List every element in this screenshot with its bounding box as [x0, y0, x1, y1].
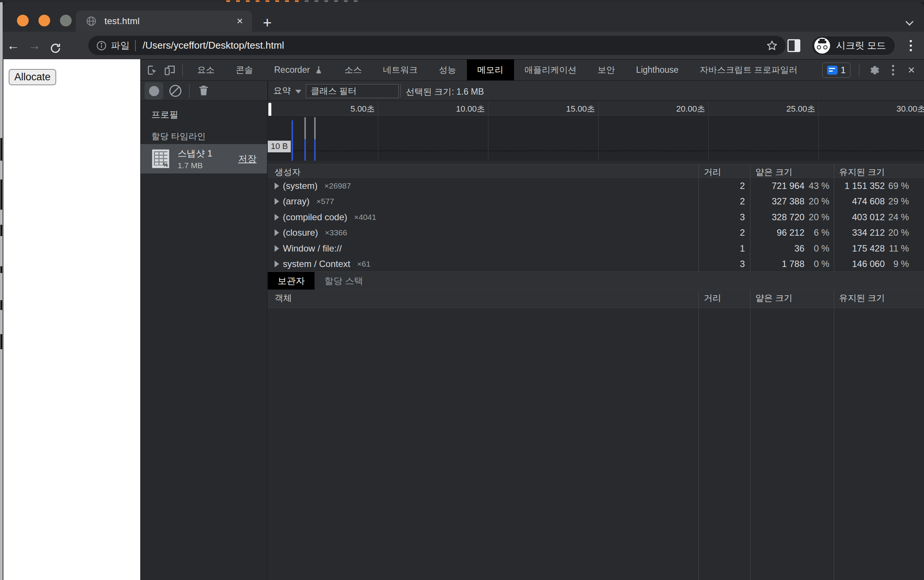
allocate-button[interactable]: Allocate [9, 69, 56, 85]
distance-cell: 2 [698, 181, 750, 191]
table-row[interactable]: (system)×269872721 96443 %1 151 35269 % [268, 178, 924, 193]
column-header-retained-size[interactable]: 유지된 크기 [839, 292, 885, 304]
devtools-right-cluster: 1 × [822, 63, 924, 78]
browser-menu-icon[interactable] [907, 40, 915, 51]
chevron-down-icon[interactable] [907, 19, 913, 26]
side-panel-icon[interactable] [787, 39, 800, 52]
table-row[interactable]: (closure)×3366296 2126 %334 21220 % [268, 225, 924, 241]
new-tab-button[interactable]: + [263, 14, 272, 31]
record-toggle[interactable] [145, 82, 163, 100]
forward-button[interactable]: → [24, 38, 45, 53]
expand-triangle-icon[interactable] [275, 260, 279, 267]
expand-triangle-icon[interactable] [275, 183, 279, 189]
expand-triangle-icon[interactable] [275, 198, 279, 205]
constructor-name: (array) [283, 196, 310, 207]
tab-애플리케이션[interactable]: 애플리케이션 [514, 59, 587, 80]
snapshot-save-link[interactable]: 저장 [238, 153, 257, 165]
instance-count: ×3366 [325, 228, 347, 237]
devtools-menu-icon[interactable] [889, 65, 897, 76]
column-header-distance[interactable]: 거리 [704, 166, 721, 178]
info-icon[interactable] [96, 40, 107, 51]
constructor-name: system / Context [283, 259, 350, 269]
window-close-button[interactable] [17, 15, 29, 26]
window-zoom-button[interactable] [60, 15, 72, 26]
shallow-size-percent: 20 % [804, 212, 834, 222]
bookmark-star-icon[interactable] [766, 40, 778, 52]
tab-콘솔[interactable]: 콘솔 [225, 59, 264, 80]
settings-gear-icon[interactable] [868, 64, 881, 77]
tab-label: Lighthouse [636, 65, 679, 75]
device-toolbar-icon[interactable] [161, 63, 178, 78]
constructor-table-rows: (system)×269872721 96443 %1 151 35269 %(… [268, 178, 924, 272]
reload-button[interactable] [45, 37, 66, 54]
table-row[interactable]: (compiled code)×40413328 72020 %403 0122… [268, 209, 924, 225]
timeline-tick-label: 20.00초 [676, 103, 708, 115]
shallow-size-value: 328 720 [750, 212, 804, 222]
collect-garbage-icon[interactable] [197, 84, 210, 97]
snapshot-item[interactable]: % 스냅샷 1 1.7 MB 저장 [141, 144, 267, 173]
window-minimize-button[interactable] [38, 15, 50, 26]
url-scheme-label[interactable]: 파일 [111, 39, 130, 52]
column-header-constructor[interactable]: 생성자 [275, 166, 301, 178]
toolbar-right-cluster: 시크릿 모드 [787, 35, 915, 56]
column-header-distance[interactable]: 거리 [704, 292, 721, 304]
address-bar[interactable]: 파일 /Users/yceffort/Desktop/test.html [88, 36, 786, 55]
retained-size-value: 1 151 352 [834, 181, 885, 191]
bleed-dash [236, 0, 240, 2]
timeline-gridline [708, 101, 709, 161]
retained-size-value: 403 012 [834, 212, 885, 222]
tab-close-icon[interactable]: × [237, 15, 243, 27]
shallow-size-value: 721 964 [750, 181, 804, 191]
table-row[interactable]: Window / file://1360 %175 42811 % [268, 241, 924, 256]
tab-Recorder[interactable]: Recorder [264, 59, 334, 80]
incognito-icon [814, 38, 830, 54]
tab-자바스크립트 프로파일러[interactable]: 자바스크립트 프로파일러 [689, 59, 808, 80]
tab-보관자[interactable]: 보관자 [268, 272, 315, 290]
allocation-timeline-section[interactable]: 할당 타임라인 [151, 130, 206, 142]
tab-네트워크[interactable]: 네트워크 [372, 59, 428, 80]
inspect-element-icon[interactable] [144, 63, 161, 78]
bleed-dash [246, 0, 250, 2]
constructor-cell: Window / file:// [275, 243, 342, 254]
url-text[interactable]: /Users/yceffort/Desktop/test.html [143, 40, 284, 51]
incognito-badge[interactable]: 시크릿 모드 [812, 36, 895, 56]
expand-triangle-icon[interactable] [275, 229, 279, 236]
distance-cell: 2 [698, 227, 750, 238]
back-button[interactable]: ← [3, 38, 24, 53]
perspective-select[interactable]: 요약 [273, 85, 301, 97]
tab-보안[interactable]: 보안 [587, 59, 626, 80]
column-divider [698, 165, 699, 177]
background-bleed-left [0, 2, 3, 580]
timeline-header[interactable]: 5.00초10.00초15.00초20.00초25.00초30.00초 [268, 101, 924, 115]
retainers-table-header[interactable]: 객체거리얕은 크기유지된 크기 [268, 290, 924, 308]
selected-size-label: 선택된 크기: 1.6 MB [406, 86, 484, 98]
toolbar-divider [859, 64, 860, 77]
browser-tab[interactable]: test.html × [76, 11, 252, 32]
table-row[interactable]: system / Context×6131 7880 %146 0609 % [268, 257, 924, 272]
allocation-timeline-chart[interactable]: 10 B [268, 116, 924, 161]
column-header-shallow-size[interactable]: 얕은 크기 [755, 292, 792, 304]
column-divider [834, 308, 834, 580]
tab-할당 스택[interactable]: 할당 스택 [315, 272, 373, 290]
clear-icon[interactable] [169, 85, 181, 97]
column-header-constructor[interactable]: 객체 [275, 292, 292, 304]
page-content: Allocate [3, 59, 140, 580]
constructor-table-header[interactable]: 생성자거리얕은 크기유지된 크기 [268, 164, 924, 178]
table-row[interactable]: (array)×5772327 38820 %474 60829 % [268, 194, 924, 209]
tab-메모리[interactable]: 메모리 [467, 59, 514, 80]
class-filter-input[interactable] [306, 84, 399, 98]
expand-triangle-icon[interactable] [275, 214, 279, 221]
tab-소스[interactable]: 소스 [334, 59, 372, 80]
devtools-close-icon[interactable]: × [906, 63, 917, 77]
column-header-retained-size[interactable]: 유지된 크기 [839, 166, 885, 178]
retained-size-percent: 24 % [885, 212, 924, 222]
expand-triangle-icon[interactable] [275, 245, 279, 252]
profiles-heading: 프로필 [151, 109, 178, 121]
column-header-shallow-size[interactable]: 얕은 크기 [755, 166, 792, 178]
toolbar-divider [400, 84, 401, 97]
tab-Lighthouse[interactable]: Lighthouse [626, 59, 689, 80]
issues-counter[interactable]: 1 [822, 63, 850, 78]
issues-chat-icon [827, 66, 838, 75]
tab-성능[interactable]: 성능 [428, 59, 467, 80]
tab-요소[interactable]: 요소 [187, 59, 225, 80]
